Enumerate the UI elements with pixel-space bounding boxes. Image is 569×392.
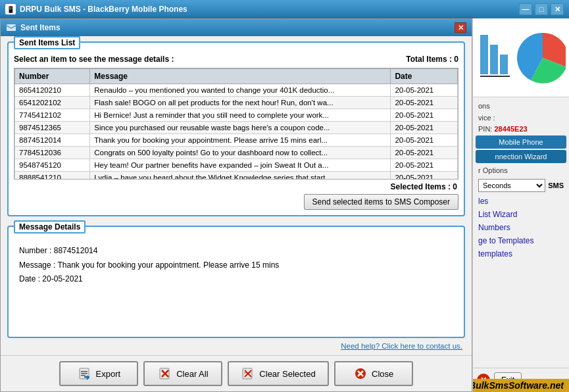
options2-label: r Options xyxy=(473,164,569,176)
table-cell-message: Thank you for booking your appointment. … xyxy=(90,134,391,147)
sms-label: SMS xyxy=(548,182,564,189)
col-header-number: Number xyxy=(15,69,90,84)
clear-selected-button[interactable]: Clear Selected xyxy=(228,361,328,386)
message-details-title: Message Details xyxy=(14,220,86,233)
table-cell-date: 20-05-2021 xyxy=(391,84,458,97)
numbers-option[interactable]: Numbers xyxy=(473,221,569,234)
mobile-phone-button[interactable]: Mobile Phone xyxy=(476,135,566,149)
table-cell-number: 9874512365 xyxy=(15,122,90,134)
table-row[interactable]: 8874512014Thank you for booking your app… xyxy=(15,134,458,147)
seconds-dropdown[interactable]: Seconds xyxy=(478,179,545,192)
help-link-row[interactable]: Need help? Click here to contact us. xyxy=(7,342,465,350)
close-button[interactable]: Close xyxy=(334,361,413,386)
table-cell-date: 20-05-2021 xyxy=(391,97,458,109)
export-icon xyxy=(78,366,92,381)
message-label: Message : xyxy=(19,260,55,270)
table-cell-message: Hey team! Our partner benefits have expa… xyxy=(90,159,391,172)
table-cell-number: 8888541210 xyxy=(15,172,90,180)
clear-all-button[interactable]: Clear All xyxy=(143,361,222,386)
selected-items-row: Selected Items : 0 xyxy=(14,182,458,191)
ge-to-templates-option[interactable]: ge to Templates xyxy=(473,234,569,247)
dialog-icon xyxy=(6,22,16,33)
svg-rect-0 xyxy=(7,24,16,31)
right-panel: ons vice : PIN: 28445E23 Mobile Phone nn… xyxy=(472,18,569,392)
svg-rect-19 xyxy=(500,55,508,74)
sent-items-section-title: Sent Items List xyxy=(14,36,80,49)
title-bar: 📱 DRPU Bulk SMS - BlackBerry Mobile Phon… xyxy=(0,0,569,18)
templates-option[interactable]: templates xyxy=(473,247,569,260)
table-cell-date: 20-05-2021 xyxy=(391,122,458,134)
sent-items-section: Sent Items List Select an item to see th… xyxy=(7,41,465,216)
message-number-row: Number : 8874512014 xyxy=(19,244,453,258)
table-cell-message: Flash sale! BOGO on all pet products for… xyxy=(90,97,391,109)
table-cell-number: 6541202102 xyxy=(15,97,90,109)
maximize-button[interactable]: □ xyxy=(535,3,548,15)
pin-value: 28445E23 xyxy=(494,125,527,133)
table-cell-message: Congrats on 500 loyalty points! Go to yo… xyxy=(90,147,391,159)
export-button[interactable]: Export xyxy=(59,361,138,386)
dialog-title: Sent Items xyxy=(20,23,61,32)
table-row[interactable]: 9548745120Hey team! Our partner benefits… xyxy=(15,159,458,172)
export-label: Export xyxy=(96,369,121,379)
table-header: Number Message Date xyxy=(15,69,458,84)
table-cell-number: 7745412102 xyxy=(15,109,90,122)
send-selected-button[interactable]: Send selected items to SMS Composer xyxy=(304,194,458,210)
date-value: 20-05-2021 xyxy=(42,274,82,283)
table-cell-date: 20-05-2021 xyxy=(391,159,458,172)
list-wizard-option[interactable]: List Wizard xyxy=(473,208,569,221)
table-row[interactable]: 7784512036Congrats on 500 loyalty points… xyxy=(15,147,458,159)
connection-wizard-button[interactable]: nnection Wizard xyxy=(476,150,566,163)
dialog-close-button[interactable]: ✕ xyxy=(455,22,466,33)
message-date-row: Date : 20-05-2021 xyxy=(19,272,453,287)
svg-rect-18 xyxy=(490,45,498,74)
sent-items-dialog: Sent Items ✕ Sent Items List Select an i… xyxy=(0,18,472,392)
send-selected-row: Send selected items to SMS Composer xyxy=(14,194,458,210)
window-close-button[interactable]: ✕ xyxy=(551,3,564,15)
table-body: 8654120210Renauldo – you mentioned you w… xyxy=(15,84,458,180)
options-label: ons xyxy=(473,100,569,112)
chart-area xyxy=(473,18,569,97)
table-cell-date: 20-05-2021 xyxy=(391,109,458,122)
svg-rect-20 xyxy=(480,76,510,77)
svg-rect-3 xyxy=(81,373,87,374)
watermark: BulkSmsSoftware.net xyxy=(472,379,569,392)
selected-items-label: Selected Items : 0 xyxy=(391,182,457,191)
items-table: Number Message Date 8654120210Renauldo –… xyxy=(14,68,458,180)
message-details-content: Number : 8874512014 Message : Thank you … xyxy=(14,239,458,341)
items-table-wrapper[interactable]: Number Message Date 8654120210Renauldo –… xyxy=(14,68,458,180)
table-row[interactable]: 8888541210Lydia – have you heard about t… xyxy=(15,172,458,180)
les-option[interactable]: les xyxy=(473,195,569,208)
svg-rect-17 xyxy=(480,35,488,74)
table-row[interactable]: 9874512365Since you purchased our reusab… xyxy=(15,122,458,134)
number-label: Number : xyxy=(19,246,51,255)
message-text-row: Message : Thank you for booking your app… xyxy=(19,258,453,273)
table-cell-date: 20-05-2021 xyxy=(391,134,458,147)
table-row[interactable]: 6541202102Flash sale! BOGO on all pet pr… xyxy=(15,97,458,109)
svg-rect-4 xyxy=(81,375,86,376)
window-controls: — □ ✕ xyxy=(519,3,564,15)
table-cell-message: Renauldo – you mentioned you wanted to c… xyxy=(90,84,391,97)
main-content: Sent Items ✕ Sent Items List Select an i… xyxy=(0,18,569,392)
table-cell-number: 8874512014 xyxy=(15,134,90,147)
table-row[interactable]: 8654120210Renauldo – you mentioned you w… xyxy=(15,84,458,97)
app-icon: 📱 xyxy=(5,4,16,14)
app-title: DRPU Bulk SMS - BlackBerry Mobile Phones xyxy=(20,5,187,14)
pin-label: PIN: xyxy=(478,125,492,133)
clear-all-label: Clear All xyxy=(176,369,208,379)
select-info-row: Select an item to see the message detail… xyxy=(14,55,458,64)
table-row[interactable]: 7745412102Hi Bernice! Just a reminder th… xyxy=(15,109,458,122)
right-menu: ons vice : PIN: 28445E23 Mobile Phone nn… xyxy=(473,97,569,368)
svg-rect-6 xyxy=(84,376,89,378)
clear-selected-label: Clear Selected xyxy=(259,369,315,379)
col-header-message: Message xyxy=(90,69,391,84)
minimize-button[interactable]: — xyxy=(519,3,532,15)
pin-row: PIN: 28445E23 xyxy=(473,124,569,134)
close-label: Close xyxy=(372,369,393,379)
bottom-buttons: Export Clear All xyxy=(1,355,472,391)
table-cell-number: 7784512036 xyxy=(15,147,90,159)
table-cell-message: Since you purchased our reusable waste b… xyxy=(90,122,391,134)
table-cell-number: 8654120210 xyxy=(15,84,90,97)
table-cell-number: 9548745120 xyxy=(15,159,90,172)
help-link[interactable]: Need help? Click here to contact us. xyxy=(341,342,462,350)
dialog-title-bar: Sent Items ✕ xyxy=(1,19,472,36)
